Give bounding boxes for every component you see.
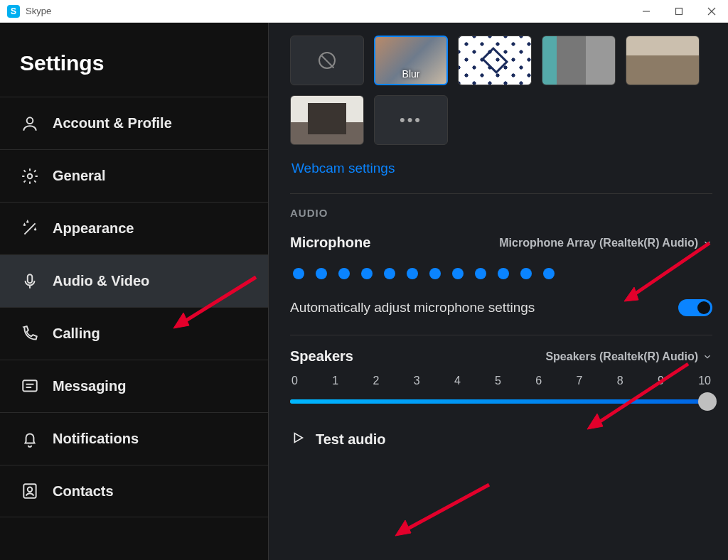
auto-adjust-toggle[interactable] (678, 299, 712, 316)
sidebar-item-label: Messaging (53, 378, 126, 394)
bell-icon (20, 429, 40, 449)
svg-marker-15 (587, 414, 603, 429)
settings-title: Settings (0, 23, 268, 97)
svg-rect-7 (23, 380, 37, 391)
maximize-button[interactable] (663, 0, 695, 23)
chat-icon (20, 377, 40, 397)
phone-icon (20, 324, 40, 344)
speakers-label: Speakers (290, 348, 353, 365)
webcam-settings-link[interactable]: Webcam settings (291, 161, 395, 176)
speaker-volume-slider[interactable] (290, 394, 712, 409)
minimize-button[interactable] (630, 0, 663, 23)
close-button[interactable] (695, 0, 728, 23)
sidebar-item-account[interactable]: Account & Profile (0, 97, 268, 149)
svg-line-16 (404, 485, 489, 531)
user-icon (20, 114, 40, 134)
sidebar-item-audio-video[interactable]: Audio & Video (0, 254, 268, 307)
background-preset-2[interactable] (542, 36, 616, 85)
audio-section-label: AUDIO (290, 207, 712, 219)
auto-adjust-label: Automatically adjust microphone settings (290, 300, 535, 316)
sidebar-item-label: Notifications (53, 431, 139, 447)
test-audio-button[interactable]: Test audio (290, 430, 712, 448)
sidebar-item-label: Calling (53, 325, 100, 342)
wand-icon (20, 219, 40, 239)
speakers-device-name: Speakers (Realtek(R) Audio) (545, 350, 698, 363)
contacts-icon (20, 481, 40, 501)
svg-rect-1 (676, 8, 682, 14)
test-audio-label: Test audio (316, 431, 386, 448)
speakers-device-dropdown[interactable]: Speakers (Realtek(R) Audio) (545, 350, 712, 363)
mic-icon (20, 271, 40, 291)
svg-rect-6 (28, 274, 33, 283)
sidebar-item-messaging[interactable]: Messaging (0, 360, 268, 412)
svg-point-4 (27, 117, 33, 124)
window-titlebar: S Skype (0, 0, 728, 23)
sidebar-item-general[interactable]: General (0, 149, 268, 202)
sidebar-item-notifications[interactable]: Notifications (0, 412, 268, 465)
sidebar-item-appearance[interactable]: Appearance (0, 202, 268, 254)
sidebar-item-calling[interactable]: Calling (0, 307, 268, 360)
microphone-device-name: Microphone Array (Realtek(R) Audio) (499, 237, 698, 249)
chevron-down-icon (702, 238, 712, 248)
background-more[interactable]: ••• (374, 95, 448, 145)
microphone-label: Microphone (290, 235, 370, 251)
divider (290, 335, 712, 335)
sidebar-item-label: Audio & Video (53, 273, 149, 289)
background-blur[interactable]: Blur (374, 36, 448, 85)
speaker-volume-control: 012345678910 (290, 375, 712, 409)
divider (290, 193, 712, 194)
background-effect-list: Blur ••• (290, 36, 712, 145)
more-icon: ••• (400, 111, 422, 129)
microphone-level-meter (293, 268, 712, 279)
sidebar-item-label: General (53, 168, 105, 184)
sidebar-item-contacts[interactable]: Contacts (0, 465, 268, 517)
play-icon (290, 430, 306, 448)
settings-panel: Blur ••• Webcam settings AUDIO Microphon… (269, 23, 728, 560)
annotation-arrow (390, 478, 496, 544)
background-preset-1[interactable] (458, 36, 532, 85)
none-icon (318, 52, 336, 69)
slider-thumb[interactable] (698, 392, 717, 411)
skype-icon: S (7, 5, 20, 18)
sidebar-item-label: Contacts (53, 483, 114, 500)
gear-icon (20, 166, 40, 186)
settings-sidebar: Settings Account & Profile General Appea… (0, 23, 269, 560)
microphone-device-dropdown[interactable]: Microphone Array (Realtek(R) Audio) (499, 237, 712, 249)
svg-rect-10 (23, 484, 36, 498)
background-none[interactable] (290, 36, 364, 85)
background-preset-4[interactable] (290, 95, 364, 145)
app-name: Skype (26, 6, 51, 16)
chevron-down-icon (702, 352, 712, 362)
svg-point-5 (28, 173, 33, 178)
background-preset-3[interactable] (626, 36, 700, 85)
svg-point-11 (28, 488, 33, 492)
sidebar-item-label: Appearance (53, 220, 134, 237)
svg-marker-17 (395, 520, 411, 536)
sidebar-item-label: Account & Profile (53, 115, 172, 131)
thumb-label: Blur (375, 68, 446, 80)
volume-ticks: 012345678910 (290, 375, 712, 387)
